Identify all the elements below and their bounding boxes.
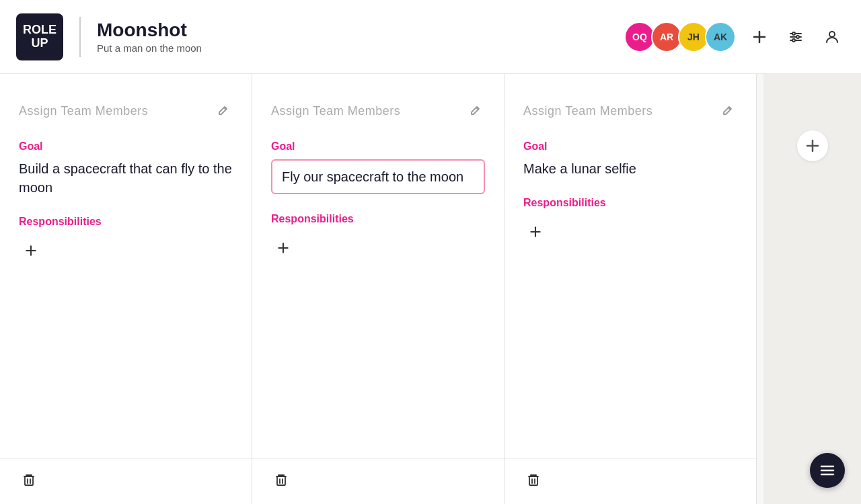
column-2-edit-button[interactable] — [467, 101, 485, 122]
column-1-responsibilities-label: Responsibilities — [19, 216, 233, 228]
add-column-button[interactable] — [797, 130, 828, 161]
avatar-ak[interactable]: AK — [705, 22, 736, 52]
column-2-title: Assign Team Members — [271, 104, 400, 118]
logo-text: ROLEUP — [23, 24, 57, 50]
column-3-header: Assign Team Members — [523, 101, 737, 122]
project-title: Moonshot — [97, 19, 202, 41]
column-3-goal-label: Goal — [523, 140, 737, 153]
column-1-delete-button[interactable] — [19, 470, 39, 493]
column-2-footer — [252, 458, 504, 504]
column-3-edit-button[interactable] — [720, 101, 737, 122]
add-button[interactable] — [747, 24, 772, 50]
column-3-inner: Assign Team Members Goal Make a lunar se… — [504, 74, 756, 458]
column-1-header: Assign Team Members — [19, 101, 233, 122]
sliders-button[interactable] — [783, 24, 809, 50]
avatar-group: OQ AR JH AK — [624, 22, 736, 52]
column-2-delete-button[interactable] — [271, 470, 291, 493]
column-1-edit-button[interactable] — [215, 101, 233, 122]
column-3-delete-button[interactable] — [523, 470, 544, 493]
logo: ROLEUP — [16, 13, 63, 60]
app-container: ROLEUP Moonshot Put a man on the moon OQ… — [0, 0, 861, 504]
right-sidebar — [763, 74, 861, 504]
svg-rect-21 — [529, 476, 537, 485]
column-3: Assign Team Members Goal Make a lunar se… — [504, 74, 757, 504]
column-3-add-responsibility-button[interactable] — [523, 220, 548, 244]
svg-rect-16 — [277, 476, 285, 485]
column-1: Assign Team Members Goal Build a spacecr… — [0, 74, 252, 504]
menu-fab-button[interactable] — [810, 453, 845, 488]
columns-area: Assign Team Members Goal Build a spacecr… — [0, 74, 763, 504]
column-1-footer — [0, 458, 252, 504]
svg-point-5 — [792, 32, 795, 35]
project-info: Moonshot Put a man on the moon — [97, 19, 202, 54]
column-2-goal-label: Goal — [271, 140, 485, 153]
project-subtitle: Put a man on the moon — [97, 42, 202, 54]
column-2: Assign Team Members Goal Responsibilitie… — [252, 74, 504, 504]
column-3-responsibilities-label: Responsibilities — [523, 197, 737, 209]
logo-divider — [79, 17, 81, 57]
column-1-add-responsibility-button[interactable] — [19, 239, 43, 263]
svg-rect-11 — [25, 476, 33, 485]
column-1-inner: Assign Team Members Goal Build a spacecr… — [0, 74, 252, 458]
svg-point-7 — [792, 39, 795, 42]
column-2-goal-input[interactable] — [271, 159, 485, 194]
column-1-title: Assign Team Members — [19, 104, 148, 118]
svg-point-6 — [796, 36, 799, 38]
user-button[interactable] — [819, 24, 845, 50]
logo-area: ROLEUP Moonshot Put a man on the moon — [16, 13, 202, 60]
column-2-inner: Assign Team Members Goal Responsibilitie… — [252, 74, 504, 458]
column-3-title: Assign Team Members — [523, 104, 652, 118]
main-content: Assign Team Members Goal Build a spacecr… — [0, 74, 861, 504]
header-right: OQ AR JH AK — [624, 22, 845, 52]
column-2-add-responsibility-button[interactable] — [271, 236, 295, 260]
column-2-responsibilities-label: Responsibilities — [271, 213, 485, 225]
column-3-goal-text: Make a lunar selfie — [523, 159, 737, 178]
column-1-goal-label: Goal — [19, 140, 233, 153]
column-3-footer — [504, 458, 756, 504]
svg-point-8 — [829, 32, 835, 37]
column-2-header: Assign Team Members — [271, 101, 485, 122]
header: ROLEUP Moonshot Put a man on the moon OQ… — [0, 0, 861, 74]
column-1-goal-text: Build a spacecraft that can fly to the m… — [19, 159, 233, 197]
